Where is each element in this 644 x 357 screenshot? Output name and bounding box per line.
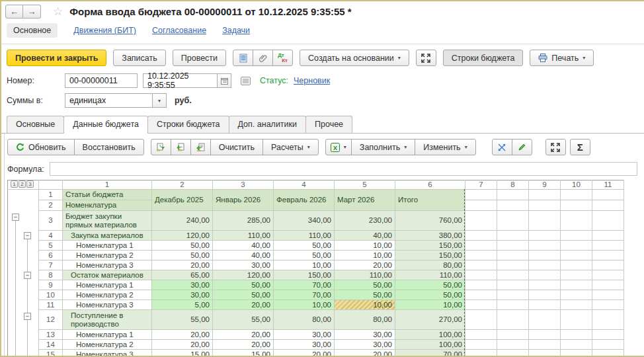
period-header-cell[interactable]: Декабрь 2025: [152, 190, 213, 211]
row-number[interactable]: 8: [39, 270, 63, 280]
grid-cell[interactable]: 10,00: [274, 300, 335, 310]
grid-cell[interactable]: 110,00: [213, 231, 274, 241]
grid-cell[interactable]: 50,00: [274, 251, 335, 260]
dt-kt-postings-button[interactable]: ДтКт: [272, 50, 293, 66]
number-input[interactable]: 00-00000011: [65, 73, 138, 88]
label-cell[interactable]: Номенклатура 3: [63, 260, 152, 270]
label-cell[interactable]: Номенклатура 2: [63, 340, 152, 350]
row-number[interactable]: 11: [39, 300, 63, 310]
post-and-close-button[interactable]: Провести и закрыть: [7, 50, 106, 66]
grid-cell[interactable]: 70,00: [274, 280, 335, 290]
grid-cell[interactable]: 65,00: [152, 270, 213, 280]
export-excel-button[interactable]: X ▾: [325, 139, 352, 155]
grid-cell[interactable]: [592, 290, 624, 300]
grid-cell[interactable]: [592, 231, 624, 241]
nav-link-approval[interactable]: Согласование: [152, 26, 206, 35]
label-cell[interactable]: Номенклатура 3: [63, 300, 152, 310]
restore-button[interactable]: Восстановить: [74, 139, 144, 155]
collapse-group-button[interactable]: −: [24, 272, 31, 279]
grid-cell[interactable]: 50,00: [213, 280, 274, 290]
grid-cell[interactable]: [497, 340, 529, 350]
row-number-header[interactable]: [39, 180, 63, 190]
row-number[interactable]: 7: [39, 260, 63, 270]
write-data-button[interactable]: [171, 139, 191, 155]
grid-cell[interactable]: 30,00: [152, 290, 213, 300]
grid-cell[interactable]: 50,00: [395, 290, 465, 300]
grid-cell[interactable]: 55,00: [152, 310, 213, 330]
grid-cell[interactable]: 120,00: [152, 231, 213, 241]
grid-cell[interactable]: 230,00: [335, 211, 395, 231]
row-number[interactable]: 5: [39, 241, 63, 251]
grid-cell[interactable]: [529, 211, 561, 231]
grid-cell[interactable]: [465, 330, 497, 340]
grid-cell[interactable]: [529, 241, 561, 251]
grid-cell[interactable]: [497, 211, 529, 231]
grid-cell[interactable]: 30,00: [274, 340, 335, 350]
calendar-button[interactable]: [217, 73, 231, 88]
grid-cell[interactable]: 80,00: [274, 310, 335, 330]
grid-cell[interactable]: [561, 241, 592, 251]
row-number[interactable]: 4: [39, 231, 63, 241]
column-number[interactable]: 10: [561, 180, 592, 190]
column-number[interactable]: 7: [465, 180, 497, 190]
grid-cell[interactable]: 285,00: [213, 211, 274, 231]
grid-cell[interactable]: 50,00: [335, 280, 395, 290]
grid-cell[interactable]: 20,00: [152, 330, 213, 340]
tab-main[interactable]: Основные: [7, 116, 64, 133]
grid-cell[interactable]: 80,00: [395, 260, 465, 270]
grid-cell[interactable]: [529, 280, 561, 290]
formula-input[interactable]: [50, 162, 637, 176]
grid-cell[interactable]: 20,00: [335, 260, 395, 270]
grid-cell[interactable]: [561, 330, 592, 340]
report-button[interactable]: [233, 50, 253, 66]
grid-cell[interactable]: 150,00: [274, 270, 335, 280]
grid-cell[interactable]: [561, 300, 592, 310]
grid-cell[interactable]: 100,00: [395, 330, 465, 340]
grid-cell[interactable]: [561, 231, 592, 241]
grid-cell[interactable]: 20,00: [213, 330, 274, 340]
period-header-cell[interactable]: Март 2026: [335, 190, 395, 211]
outline-level-button[interactable]: 2: [19, 180, 26, 188]
grid-cell[interactable]: 10,00: [335, 241, 395, 251]
grid-cell[interactable]: [497, 330, 529, 340]
grid-cell[interactable]: [465, 260, 497, 270]
list-icon[interactable]: [241, 77, 251, 85]
refresh-button[interactable]: Обновить: [7, 139, 75, 155]
column-number[interactable]: 8: [497, 180, 529, 190]
tab-extra-analytics[interactable]: Доп. аналитики: [229, 116, 307, 133]
column-number[interactable]: 9: [529, 180, 561, 190]
grid-cell[interactable]: 30,00: [335, 340, 395, 350]
column-number[interactable]: 3: [213, 180, 274, 190]
grid-cell[interactable]: [529, 251, 561, 260]
grid-cell[interactable]: 10,00: [274, 260, 335, 270]
grid-cell[interactable]: 270,00: [395, 310, 465, 330]
row-number[interactable]: 12: [39, 310, 63, 330]
column-number[interactable]: 6: [395, 180, 465, 190]
label-cell[interactable]: Остаток материалов: [63, 270, 152, 280]
favorite-star-icon[interactable]: ☆: [53, 5, 63, 19]
grid-cell[interactable]: 110,00: [395, 270, 465, 280]
grid-cell[interactable]: 110,00: [274, 231, 335, 241]
grid-cell[interactable]: [561, 280, 592, 290]
tab-budget-data[interactable]: Данные бюджета: [63, 116, 148, 134]
grid-cell[interactable]: [592, 310, 624, 330]
column-number[interactable]: 11: [592, 180, 624, 190]
grid-cell[interactable]: 40,00: [335, 231, 395, 241]
grid-cell[interactable]: [465, 211, 497, 231]
grid-cell[interactable]: 50,00: [395, 280, 465, 290]
nav-link-movements[interactable]: Движения (БИТ): [73, 26, 136, 35]
grid-cell[interactable]: 50,00: [213, 290, 274, 300]
grid-cell[interactable]: [529, 200, 561, 211]
attachments-button[interactable]: [253, 50, 273, 66]
grid-cell[interactable]: [497, 190, 529, 200]
grid-cell[interactable]: [497, 310, 529, 330]
tab-other[interactable]: Прочее: [305, 116, 352, 133]
grid-cell[interactable]: [561, 340, 592, 350]
create-based-on-button[interactable]: Создать на основании ▾: [300, 50, 409, 66]
grid-cell[interactable]: [465, 290, 497, 300]
grid-cell[interactable]: [497, 260, 529, 270]
grid-cell[interactable]: [592, 280, 624, 290]
grid-cell[interactable]: [465, 251, 497, 260]
grid-cell[interactable]: 70,00: [274, 290, 335, 300]
grid-cell[interactable]: [529, 340, 561, 350]
